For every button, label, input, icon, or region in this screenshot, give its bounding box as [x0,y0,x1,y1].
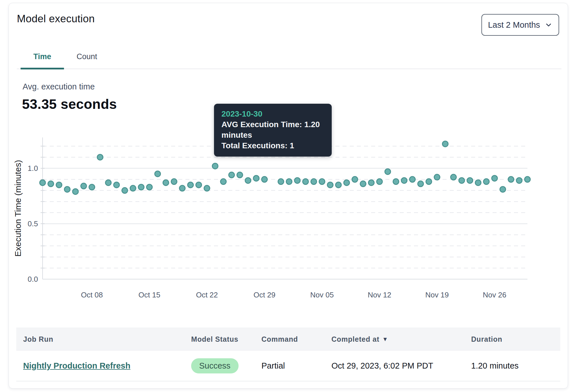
data-point[interactable] [467,178,473,183]
data-point[interactable] [303,179,308,185]
data-point[interactable] [442,141,448,147]
table-row: Nightly Production Refresh Success Parti… [16,351,560,381]
x-tick-label: Oct 08 [81,291,103,299]
data-point[interactable] [89,184,95,190]
data-point[interactable] [278,179,284,185]
data-point[interactable] [500,187,506,192]
model-execution-card: Model execution Last 2 Months Time Count… [9,3,568,389]
data-point[interactable] [48,181,54,187]
data-point[interactable] [360,181,366,187]
data-point[interactable] [286,179,292,185]
data-point[interactable] [352,177,358,182]
data-point[interactable] [188,182,193,188]
data-point[interactable] [483,179,489,185]
tooltip-total-executions: Total Executions: 1 [221,140,324,151]
y-axis-title: Execution Time (minutes) [13,160,23,257]
x-tick-label: Oct 22 [196,291,218,299]
sort-desc-icon: ▼ [382,336,388,343]
x-tick-label: Nov 05 [310,291,334,299]
data-point[interactable] [369,180,374,185]
tooltip-date: 2023-10-30 [221,109,324,119]
column-header-job-run[interactable]: Job Run [16,335,191,343]
data-point[interactable] [426,179,432,185]
tooltip-avg-execution: AVG Execution Time: 1.20 minutes [221,119,324,140]
table-header-row: Job Run Model Status Command Completed a… [16,328,560,351]
data-point[interactable] [221,179,226,185]
y-tick-label: 0.0 [28,275,38,283]
job-runs-table: Job Run Model Status Command Completed a… [16,328,560,381]
duration-cell: 1.20 minutes [471,361,560,371]
data-point[interactable] [508,177,514,182]
data-point[interactable] [335,182,341,188]
data-point[interactable] [81,183,87,189]
status-badge: Success [191,358,239,373]
job-run-link[interactable]: Nightly Production Refresh [23,361,130,370]
data-point[interactable] [327,182,333,188]
data-point[interactable] [377,179,382,185]
data-point[interactable] [97,154,103,160]
data-point[interactable] [171,179,177,185]
data-point[interactable] [114,182,119,188]
column-header-completed-at[interactable]: Completed at▼ [331,335,471,343]
data-point[interactable] [155,171,161,177]
data-point[interactable] [147,184,152,190]
data-point[interactable] [401,178,407,183]
data-point[interactable] [451,174,456,180]
data-point[interactable] [311,179,317,185]
data-point[interactable] [229,172,235,178]
active-tab-indicator [21,68,64,69]
data-point[interactable] [393,179,399,185]
data-point[interactable] [138,184,144,190]
data-point[interactable] [516,178,522,183]
data-point[interactable] [105,180,111,185]
data-point[interactable] [122,188,128,193]
data-point[interactable] [475,180,481,185]
chart-tooltip: 2023-10-30 AVG Execution Time: 1.20 minu… [214,104,332,157]
data-point[interactable] [237,172,243,178]
y-tick-label: 1.0 [28,164,38,173]
data-point[interactable] [295,178,300,183]
command-cell: Partial [261,361,331,371]
data-point[interactable] [245,178,251,183]
data-point[interactable] [418,181,423,187]
data-point[interactable] [212,163,218,169]
data-point[interactable] [163,180,169,185]
x-tick-label: Nov 12 [368,291,391,299]
data-point[interactable] [179,185,185,191]
x-tick-label: Nov 19 [425,291,449,299]
column-header-command[interactable]: Command [261,335,331,343]
data-point[interactable] [253,175,259,181]
data-point[interactable] [319,179,325,185]
column-header-duration[interactable]: Duration [471,335,560,343]
data-point[interactable] [525,177,530,182]
x-tick-label: Oct 15 [139,291,161,299]
data-point[interactable] [344,180,349,185]
column-header-model-status[interactable]: Model Status [191,335,261,343]
data-point[interactable] [40,180,45,185]
x-tick-label: Nov 26 [483,291,506,299]
data-point[interactable] [409,177,415,182]
data-point[interactable] [262,177,267,182]
data-point[interactable] [385,169,391,175]
data-point[interactable] [73,189,78,194]
data-point[interactable] [434,174,440,180]
data-point[interactable] [130,185,136,191]
data-point[interactable] [56,182,62,188]
x-tick-label: Oct 29 [253,291,275,299]
data-point[interactable] [196,182,201,188]
data-point[interactable] [492,175,497,181]
data-point[interactable] [64,187,70,192]
completed-at-cell: Oct 29, 2023, 6:02 PM PDT [331,361,471,371]
data-point[interactable] [204,185,210,191]
data-point[interactable] [459,178,465,183]
y-tick-label: 0.5 [28,219,38,228]
